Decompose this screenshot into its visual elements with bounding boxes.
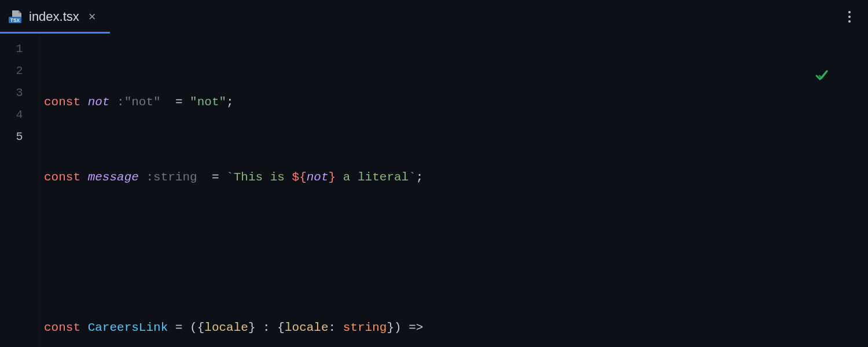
type-annotation: "not" bbox=[124, 95, 161, 109]
property: locale bbox=[204, 321, 248, 334]
keyword: const bbox=[44, 321, 88, 334]
code-line[interactable]: const CareersLink = ({locale} : {locale:… bbox=[39, 317, 868, 339]
paren: ({ bbox=[190, 321, 204, 334]
keyword: const bbox=[44, 171, 88, 184]
colon: : bbox=[329, 321, 343, 334]
semicolon: ; bbox=[226, 95, 234, 109]
keyword: const bbox=[44, 95, 88, 109]
colon: : bbox=[256, 321, 278, 334]
type-annotation-colon: : bbox=[109, 95, 124, 109]
close-icon[interactable]: × bbox=[89, 10, 96, 23]
template-string: This is bbox=[234, 171, 292, 184]
more-actions-button[interactable] bbox=[844, 6, 855, 27]
line-number[interactable]: 4 bbox=[0, 104, 39, 126]
type-annotation: string bbox=[153, 171, 197, 184]
code-editor[interactable]: 1 2 3 4 5 const not :"not" = "not"; cons… bbox=[0, 34, 868, 347]
tab-filename: index.tsx bbox=[29, 9, 79, 24]
line-number[interactable]: 2 bbox=[0, 60, 39, 82]
operator: = bbox=[197, 171, 226, 184]
tab-bar-actions bbox=[844, 6, 868, 27]
code-line[interactable] bbox=[39, 242, 868, 264]
editor-tab[interactable]: TSX index.tsx × bbox=[0, 0, 104, 34]
backtick: ` bbox=[226, 171, 234, 184]
type-annotation-colon: : bbox=[139, 171, 153, 184]
paren: } bbox=[248, 321, 256, 334]
operator: = bbox=[161, 95, 190, 109]
operator: = bbox=[168, 321, 190, 334]
brace: } bbox=[387, 321, 394, 334]
interp-open: ${ bbox=[292, 171, 307, 184]
variable: message bbox=[88, 171, 139, 184]
function-name: CareersLink bbox=[88, 321, 168, 334]
semicolon: ; bbox=[416, 171, 424, 184]
inspection-ok-icon[interactable] bbox=[815, 42, 859, 109]
tab-bar: TSX index.tsx × bbox=[0, 0, 868, 34]
line-number-gutter: 1 2 3 4 5 bbox=[0, 34, 39, 347]
code-line[interactable]: const not :"not" = "not"; bbox=[39, 91, 868, 113]
line-number[interactable]: 1 bbox=[0, 38, 39, 60]
variable: not bbox=[88, 95, 110, 109]
interp-var: not bbox=[307, 171, 329, 184]
string-literal: "not" bbox=[190, 95, 226, 109]
type: string bbox=[343, 321, 387, 334]
interp-close: } bbox=[329, 171, 336, 184]
code-area[interactable]: const not :"not" = "not"; const message … bbox=[39, 34, 868, 347]
arrow: => bbox=[409, 321, 423, 334]
template-string: a literal bbox=[336, 171, 409, 184]
code-line[interactable]: const message :string = `This is ${not} … bbox=[39, 167, 868, 189]
brace: { bbox=[277, 321, 285, 334]
backtick: ` bbox=[409, 171, 416, 184]
line-number[interactable]: 5 bbox=[0, 126, 39, 148]
property: locale bbox=[285, 321, 329, 334]
file-icon-badge: TSX bbox=[10, 17, 20, 23]
line-number[interactable]: 3 bbox=[0, 82, 39, 104]
paren: ) bbox=[394, 321, 409, 334]
tsx-file-icon: TSX bbox=[8, 10, 23, 24]
